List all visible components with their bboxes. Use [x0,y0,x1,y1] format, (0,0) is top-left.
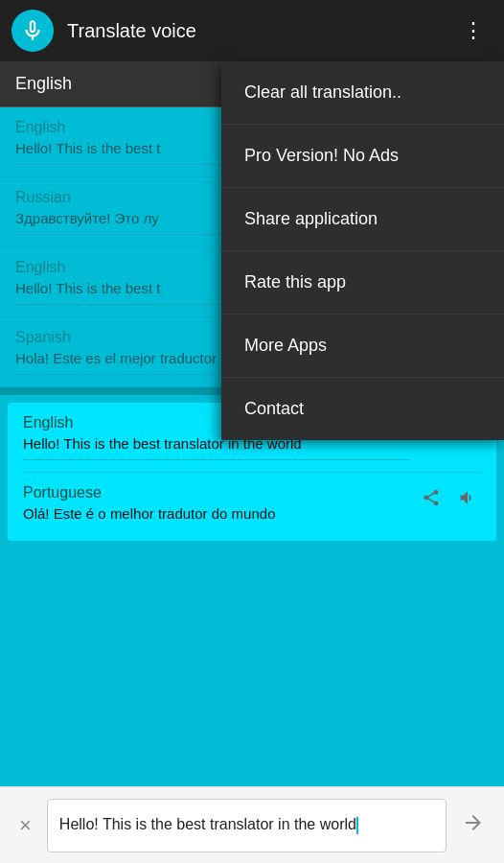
input-bar: × Hello! This is the best translator in … [0,786,504,863]
share-button[interactable] [418,484,445,516]
send-button[interactable] [454,804,493,848]
app-icon [11,10,54,52]
menu-item-share[interactable]: Share application [221,188,504,251]
speak-button[interactable] [454,484,481,516]
text-cursor [356,817,358,834]
app-title: Translate voice [67,20,455,42]
app-header: Translate voice ⋮ [0,0,504,61]
menu-button[interactable]: ⋮ [455,11,493,51]
menu-item-more[interactable]: More Apps [221,315,504,378]
input-text: Hello! This is the best translator in th… [59,814,358,835]
microphone-icon [20,18,45,43]
card-text: Olá! Este é o melhor tradutor do mundo [23,505,410,529]
menu-item-pro[interactable]: Pro Version! No Ads [221,125,504,188]
dropdown-menu: Clear all translation.. Pro Version! No … [221,61,504,440]
menu-item-rate[interactable]: Rate this app [221,251,504,315]
menu-item-contact[interactable]: Contact [221,378,504,440]
menu-item-clear[interactable]: Clear all translation.. [221,61,504,125]
text-input[interactable]: Hello! This is the best translator in th… [47,799,447,852]
selected-language: English [15,74,72,94]
card-language: Portuguese [23,484,410,501]
clear-input-button[interactable]: × [11,805,39,846]
